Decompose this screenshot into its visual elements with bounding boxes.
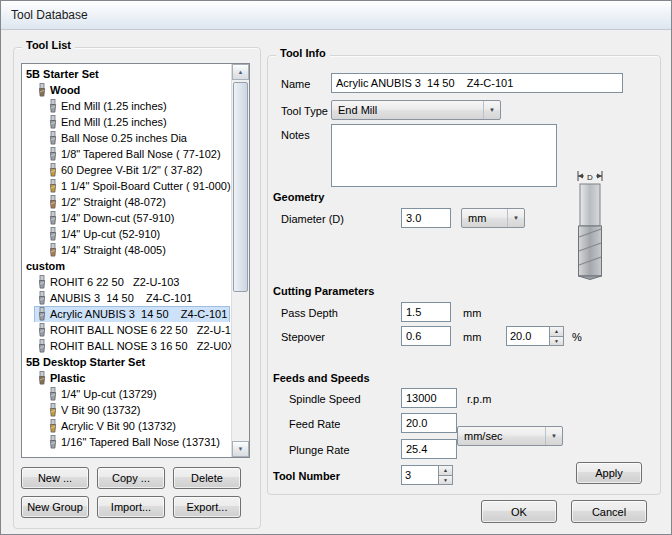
tree-item[interactable]: 1/2" Straight (48-072) (22, 194, 232, 210)
tree-item-label: ROHIT 6 22 50 Z2-U-103 (50, 274, 179, 290)
stepover-label: Stepover (281, 331, 325, 343)
endmill-icon (48, 211, 58, 225)
taperedball-icon (48, 435, 58, 449)
cutting-parameters-heading: Cutting Parameters (273, 285, 374, 297)
endmill-icon (48, 387, 58, 401)
tool-diagram: D (567, 169, 615, 287)
tree-item-label: ROHIT BALL NOSE 6 22 50 Z2-U-1X (50, 322, 232, 338)
tree-item[interactable]: Plastic (22, 370, 232, 386)
tree-item[interactable]: ROHIT BALL NOSE 3 16 50 Z2-U0X (22, 338, 232, 354)
pass-depth-units: mm (463, 307, 481, 319)
tree-group-item[interactable]: custom (22, 258, 232, 274)
tree-item-label: 5B Starter Set (26, 66, 99, 82)
stepover-percent-input[interactable] (506, 326, 549, 346)
copy-tool-button[interactable]: Copy ... (97, 467, 165, 489)
tree-item-label: 60 Degree V-Bit 1/2" ( 37-82) (61, 162, 202, 178)
diameter-units-value: mm (462, 212, 507, 224)
pass-depth-input[interactable] (401, 302, 451, 322)
name-input[interactable] (331, 73, 623, 93)
tool-number-spinner[interactable] (401, 465, 453, 485)
tree-group-item[interactable]: 5B Starter Set (22, 66, 232, 82)
tree-item-label: Wood (50, 82, 80, 98)
spin-up-button[interactable] (549, 326, 564, 337)
export-button[interactable]: Export... (173, 496, 241, 518)
tree-item[interactable]: ROHIT 6 22 50 Z2-U-103 (22, 274, 232, 290)
ok-button[interactable]: OK (481, 500, 557, 523)
tree-item-label: End Mill (1.25 inches) (61, 98, 167, 114)
tree-item-label: 1/4" Up-cut (13729) (61, 386, 157, 402)
tree-item[interactable]: End Mill (1.25 inches) (22, 114, 232, 130)
dropdown-arrow-icon (483, 101, 500, 119)
tree-item[interactable]: 60 Degree V-Bit 1/2" ( 37-82) (22, 162, 232, 178)
tool-type-label: Tool Type (281, 105, 328, 117)
material-icon (37, 83, 47, 97)
tree-item-label: 1/2" Straight (48-072) (61, 194, 166, 210)
new-tool-button[interactable]: New ... (21, 467, 89, 489)
endmill-icon (37, 291, 47, 305)
tree-scrollbar[interactable] (231, 64, 249, 457)
tree-item-label: Acrylic ANUBIS 3 14 50 Z4-C-101 (50, 306, 227, 322)
spindle-speed-input[interactable] (401, 388, 457, 408)
scroll-up-icon[interactable] (232, 64, 249, 80)
stepover-units: mm (463, 331, 481, 343)
diameter-input[interactable] (401, 208, 451, 228)
tool-type-dropdown[interactable]: End Mill (331, 100, 501, 120)
tree-item-label: 1 1/4" Spoil-Board Cutter ( 91-000) (61, 178, 231, 194)
tree-item[interactable]: 1/4" Down-cut (57-910) (22, 210, 232, 226)
endmill-icon (37, 307, 47, 321)
spindle-units: r.p.m (467, 393, 491, 405)
tree-item[interactable]: V Bit 90 (13732) (22, 402, 232, 418)
tree-item[interactable]: End Mill (1.25 inches) (22, 98, 232, 114)
cancel-button[interactable]: Cancel (571, 500, 647, 523)
geometry-heading: Geometry (273, 191, 324, 203)
scroll-down-icon[interactable] (232, 441, 249, 457)
vbit-icon (48, 403, 58, 417)
spin-down-button[interactable] (438, 476, 453, 486)
tree-item[interactable]: Wood (22, 82, 232, 98)
tree-item[interactable]: 1/16" Tapered Ball Nose (13731) (22, 434, 232, 450)
import-button[interactable]: Import... (97, 496, 165, 518)
tree-item-label: Ball Nose 0.25 inches Dia (61, 130, 187, 146)
dropdown-arrow-icon (545, 427, 562, 445)
plunge-rate-input[interactable] (401, 439, 457, 459)
spin-down-button[interactable] (549, 337, 564, 347)
tree-item[interactable]: Ball Nose 0.25 inches Dia (22, 130, 232, 146)
tree-item[interactable]: 1/4" Straight (48-005) (22, 242, 232, 258)
notes-textarea[interactable] (331, 124, 557, 187)
endmill-icon (48, 99, 58, 113)
feed-rate-input[interactable] (401, 413, 457, 433)
tree-item-label: custom (26, 258, 65, 274)
tree-item[interactable]: ANUBIS 3 14 50 Z4-C-101 (22, 290, 232, 306)
tool-type-value: End Mill (332, 104, 483, 116)
endmill-icon (48, 115, 58, 129)
stepover-percent-spinner[interactable] (506, 326, 564, 346)
scrollbar-thumb[interactable] (233, 82, 248, 292)
spoilboard-icon (48, 179, 58, 193)
material-icon (37, 371, 47, 385)
diameter-units-dropdown[interactable]: mm (461, 208, 525, 228)
tree-item-label: ROHIT BALL NOSE 3 16 50 Z2-U0X (50, 338, 232, 354)
straight-icon (48, 195, 58, 209)
tree-item[interactable]: 1/8" Tapered Ball Nose ( 77-102) (22, 146, 232, 162)
tree-item-label: 1/4" Down-cut (57-910) (61, 210, 174, 226)
vbit-icon (48, 419, 58, 433)
tool-tree[interactable]: 5B Starter SetWoodEnd Mill (1.25 inches)… (21, 63, 250, 458)
tree-group-item[interactable]: 5B Desktop Starter Set (22, 354, 232, 370)
endmill-icon (48, 227, 58, 241)
tree-item[interactable]: ROHIT BALL NOSE 6 22 50 Z2-U-1X (22, 322, 232, 338)
tree-item-label: 1/4" Straight (48-005) (61, 242, 166, 258)
delete-tool-button[interactable]: Delete (173, 467, 241, 489)
tree-item[interactable]: 1/4" Up-cut (52-910) (22, 226, 232, 242)
new-group-button[interactable]: New Group (21, 496, 89, 518)
spin-up-button[interactable] (438, 465, 453, 476)
tree-item-label: Plastic (50, 370, 85, 386)
tree-item[interactable]: 1/4" Up-cut (13729) (22, 386, 232, 402)
rate-units-dropdown[interactable]: mm/sec (457, 426, 563, 446)
tree-item[interactable]: 1 1/4" Spoil-Board Cutter ( 91-000) (22, 178, 232, 194)
tool-number-input[interactable] (401, 465, 438, 485)
tree-item[interactable]: Acrylic ANUBIS 3 14 50 Z4-C-101 (22, 306, 232, 322)
stepover-input[interactable] (401, 326, 451, 346)
apply-button[interactable]: Apply (576, 462, 642, 484)
tree-item[interactable]: Acrylic V Bit 90 (13732) (22, 418, 232, 434)
diameter-label: Diameter (D) (281, 213, 344, 225)
